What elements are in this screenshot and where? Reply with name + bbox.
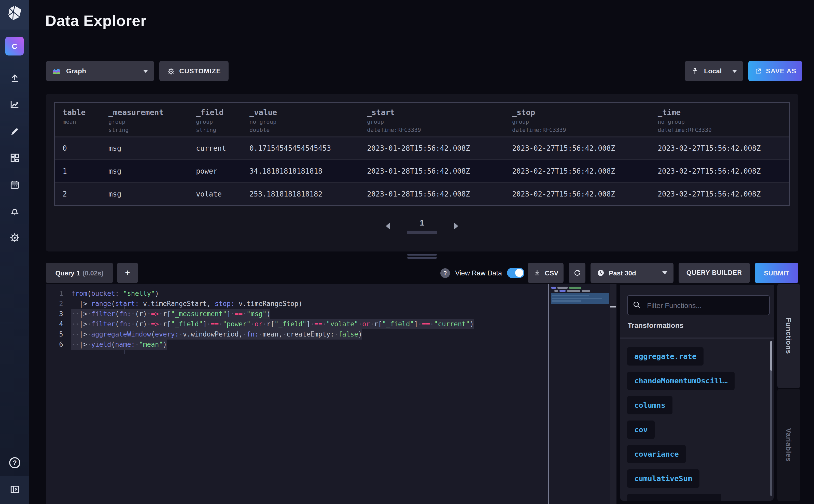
sidebar-logo[interactable] xyxy=(0,0,29,30)
table-cell: volate xyxy=(188,183,242,205)
functions-category-label: Transformations xyxy=(628,321,683,329)
raw-data-panel: tablemean_measurementgroupstring_fieldgr… xyxy=(46,94,798,251)
panel-resize-handle[interactable] xyxy=(407,254,437,260)
right-rail: Functions Variables xyxy=(777,284,800,501)
page-number[interactable]: 1 xyxy=(407,218,437,234)
table-cell: msg xyxy=(101,160,188,182)
table-cell: 2023-01-28T15:56:42.008Z xyxy=(359,160,504,182)
editor-scrollbar-handle[interactable] xyxy=(610,306,616,307)
visualization-type-label: Graph xyxy=(66,67,86,75)
function-chip-columns[interactable]: columns xyxy=(627,396,672,414)
query-tab[interactable]: Query 1 (0.02s) xyxy=(46,263,113,283)
functions-panel: Transformations aggregate.ratechandeMome… xyxy=(620,285,774,501)
question-mark-icon[interactable]: ? xyxy=(440,268,450,278)
table-cell: 2023-02-27T15:56:42.008Z xyxy=(650,183,789,205)
time-range-label: Past 30d xyxy=(609,269,636,277)
submit-button[interactable]: SUBMIT xyxy=(755,263,798,283)
editor-minimap-separator[interactable] xyxy=(548,284,549,504)
column-header-table: tablemean xyxy=(55,103,101,136)
toggle-knob xyxy=(515,269,523,277)
minimap-selection xyxy=(551,293,609,304)
function-chip-aggregate.rate[interactable]: aggregate.rate xyxy=(627,347,704,366)
table-cell: 0 xyxy=(55,137,101,159)
table-cell: 0.17154545454545453 xyxy=(242,137,359,159)
raw-data-table: tablemean_measurementgroupstring_fieldgr… xyxy=(54,102,790,206)
time-range-dropdown[interactable]: Past 30d xyxy=(591,263,673,283)
sidebar-item-help[interactable]: ? xyxy=(0,454,29,474)
visualization-type-dropdown[interactable]: Graph xyxy=(46,61,154,81)
csv-download-button[interactable]: CSV xyxy=(528,263,564,283)
query-tab-label: Query 1 xyxy=(55,269,80,277)
table-cell: 2023-02-27T15:56:42.008Z xyxy=(650,160,789,182)
sidebar-item-load-data[interactable] xyxy=(0,68,29,88)
table-body: 0msgcurrent0.171545454545454532023-01-28… xyxy=(55,136,789,205)
column-header-_time: _timeno groupdateTime:RFC3339 xyxy=(650,103,789,136)
function-chip-cov[interactable]: cov xyxy=(627,421,655,439)
pagination: 1 xyxy=(46,218,798,234)
code-line-6: 6··|>·yield(name:·"mean") xyxy=(46,340,548,350)
avatar[interactable]: C xyxy=(5,37,24,55)
view-raw-data-label: View Raw Data xyxy=(455,269,502,277)
help-icon: ? xyxy=(8,456,21,471)
data-explorer-page: C ? Data Explorer xyxy=(0,0,814,504)
chevron-down-icon xyxy=(662,271,667,274)
function-chip-partial[interactable] xyxy=(627,494,721,501)
sidebar-item-notebooks[interactable] xyxy=(0,121,29,142)
function-chip-chandeMomentumOscill[interactable]: chandeMomentumOscill… xyxy=(627,372,735,390)
function-chip-covariance[interactable]: covariance xyxy=(627,445,686,463)
table-cell: 2023-02-27T15:56:42.008Z xyxy=(650,137,789,159)
table-cell: 253.1818181818182 xyxy=(242,183,359,205)
page-next-button[interactable] xyxy=(454,222,458,230)
refresh-icon xyxy=(573,269,581,277)
function-chip-cumulativeSum[interactable]: cumulativeSum xyxy=(627,469,699,488)
query-builder-button[interactable]: QUERY BUILDER xyxy=(679,263,750,283)
dashboards-icon xyxy=(9,152,20,163)
editor-scrollbar[interactable] xyxy=(610,284,616,504)
query-tab-duration: (0.02s) xyxy=(82,269,103,277)
chevron-down-icon xyxy=(732,69,737,73)
table-cell: 34.18181818181818 xyxy=(242,160,359,182)
page-prev-button[interactable] xyxy=(386,222,390,230)
influxdb-cubo-icon xyxy=(5,5,24,25)
column-header-_measurement: _measurementgroupstring xyxy=(101,103,188,136)
sidebar-item-alerts[interactable] xyxy=(0,201,29,221)
add-query-button[interactable]: + xyxy=(117,263,138,283)
save-as-label: SAVE AS xyxy=(766,67,796,75)
code-line-5: 5··|>·aggregateWindow(every:·v.windowPer… xyxy=(46,329,548,340)
table-cell: 2023-01-28T15:56:42.008Z xyxy=(359,183,504,205)
page-number-label: 1 xyxy=(407,218,437,228)
tab-functions[interactable]: Functions xyxy=(777,284,800,388)
local-dropdown[interactable]: Local xyxy=(685,61,743,81)
sidebar-item-tasks[interactable] xyxy=(0,175,29,195)
sidebar-item-settings[interactable] xyxy=(0,228,29,248)
filter-functions-input[interactable] xyxy=(627,295,770,315)
code-line-1: 1from(bucket: "shelly") xyxy=(46,289,548,299)
column-header-_value: _valueno groupdouble xyxy=(242,103,359,136)
table-cell: 2023-02-27T15:56:42.008Z xyxy=(504,183,650,205)
pencil-icon xyxy=(9,126,20,137)
functions-scrollbar-thumb[interactable] xyxy=(770,341,772,371)
view-raw-data-toggle[interactable] xyxy=(507,268,524,278)
bell-icon xyxy=(9,206,20,217)
download-icon xyxy=(533,269,541,277)
code-line-2: 2 |> range(start: v.timeRangeStart, stop… xyxy=(46,299,548,309)
gear-icon xyxy=(9,232,20,243)
save-as-button[interactable]: SAVE AS xyxy=(748,61,802,81)
table-cell: 2023-01-28T15:56:42.008Z xyxy=(359,137,504,159)
table-cell: msg xyxy=(101,137,188,159)
divider xyxy=(620,338,774,338)
csv-label: CSV xyxy=(545,269,558,277)
tab-variables[interactable]: Variables xyxy=(777,389,800,501)
upload-icon xyxy=(9,72,20,83)
sidebar-item-dashboards[interactable] xyxy=(0,148,29,168)
svg-text:?: ? xyxy=(12,459,17,467)
refresh-button[interactable] xyxy=(569,263,585,283)
sidebar-item-data-explorer[interactable] xyxy=(0,94,29,115)
sidebar-expand-button[interactable] xyxy=(0,476,29,504)
table-cell: current xyxy=(188,137,242,159)
flux-code-editor[interactable]: 1from(bucket: "shelly")2 |> range(start:… xyxy=(46,284,616,504)
customize-button[interactable]: CUSTOMIZE xyxy=(159,61,229,81)
table-header-row: tablemean_measurementgroupstring_fieldgr… xyxy=(55,103,789,136)
tab-variables-label: Variables xyxy=(785,428,793,462)
editor-minimap[interactable] xyxy=(551,284,610,504)
